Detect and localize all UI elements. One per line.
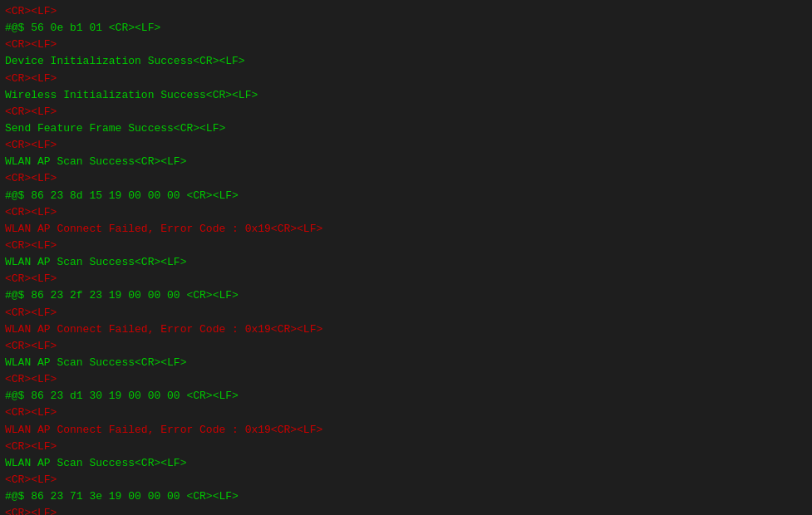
- terminal-output: <CR><LF>#@$ 56 0e b1 01 <CR><LF><CR><LF>…: [0, 0, 812, 515]
- terminal-line: Device Initialization Success<CR><LF>: [5, 53, 807, 70]
- terminal-line: <CR><LF>: [5, 3, 807, 20]
- terminal-line: <CR><LF>: [5, 137, 807, 154]
- terminal-line: #@$ 86 23 d1 30 19 00 00 00 <CR><LF>: [5, 388, 807, 405]
- terminal-line: <CR><LF>: [5, 104, 807, 120]
- terminal-line: <CR><LF>: [5, 204, 807, 221]
- terminal-line: Send Feature Frame Success<CR><LF>: [5, 120, 807, 137]
- terminal-line: WLAN AP Connect Failed, Error Code : 0x1…: [5, 321, 807, 338]
- terminal-line: <CR><LF>: [5, 472, 807, 488]
- terminal-line: #@$ 86 23 71 3e 19 00 00 00 <CR><LF>: [5, 488, 807, 505]
- terminal-line: <CR><LF>: [5, 405, 807, 421]
- terminal-line: <CR><LF>: [5, 271, 807, 287]
- terminal-line: WLAN AP Scan Success<CR><LF>: [5, 254, 807, 271]
- terminal-line: WLAN AP Scan Success<CR><LF>: [5, 355, 807, 371]
- terminal-line: WLAN AP Scan Success<CR><LF>: [5, 455, 807, 472]
- terminal-line: <CR><LF>: [5, 170, 807, 187]
- terminal-line: <CR><LF>: [5, 338, 807, 355]
- terminal-line: <CR><LF>: [5, 305, 807, 321]
- terminal-line: <CR><LF>: [5, 439, 807, 455]
- terminal-line: #@$ 56 0e b1 01 <CR><LF>: [5, 20, 807, 37]
- terminal-line: #@$ 86 23 2f 23 19 00 00 00 <CR><LF>: [5, 287, 807, 304]
- terminal-line: WLAN AP Scan Success<CR><LF>: [5, 154, 807, 170]
- terminal-line: #@$ 86 23 8d 15 19 00 00 00 <CR><LF>: [5, 188, 807, 204]
- terminal-line: WLAN AP Connect Failed, Error Code : 0x1…: [5, 221, 807, 238]
- terminal-line: <CR><LF>: [5, 71, 807, 87]
- terminal-line: <CR><LF>: [5, 505, 807, 515]
- terminal-line: Wireless Initialization Success<CR><LF>: [5, 87, 807, 104]
- terminal-line: <CR><LF>: [5, 37, 807, 53]
- terminal-line: <CR><LF>: [5, 371, 807, 388]
- terminal-line: WLAN AP Connect Failed, Error Code : 0x1…: [5, 422, 807, 439]
- terminal-line: <CR><LF>: [5, 238, 807, 254]
